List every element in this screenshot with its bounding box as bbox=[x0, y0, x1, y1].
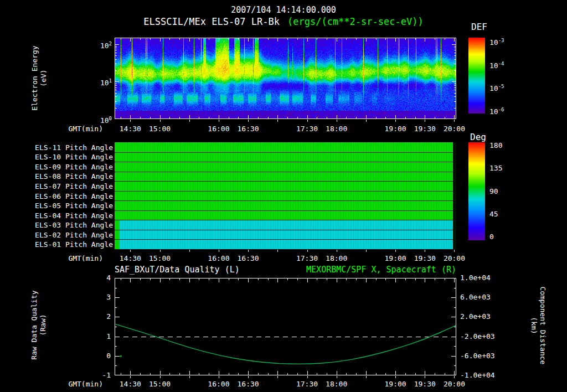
time-axis-tick bbox=[454, 120, 455, 122]
pitch-row-label: ELS-01 Pitch Angle bbox=[32, 240, 113, 249]
ylabel-line: (Raw) bbox=[39, 272, 48, 378]
time-tick-label: 16:30 bbox=[230, 380, 266, 388]
time-axis-tick bbox=[130, 120, 131, 122]
gmt-axis-label: GMT(min) bbox=[48, 254, 103, 262]
quality-tick-label: 4 bbox=[87, 274, 111, 282]
pitch-row-label: ELS-08 Pitch Angle bbox=[32, 172, 113, 180]
deg-tick-label: 45 bbox=[489, 210, 517, 218]
time-axis-tick bbox=[366, 250, 367, 252]
distance-tick-label: -6.0e+03 bbox=[460, 352, 513, 360]
time-axis-tick bbox=[454, 250, 455, 252]
time-axis-tick bbox=[248, 120, 249, 122]
def-tick-label: 10-4 bbox=[489, 60, 523, 70]
electron-spectrogram-canvas bbox=[115, 38, 456, 119]
time-axis-tick bbox=[425, 376, 425, 378]
def-colorbar bbox=[468, 38, 485, 114]
pitch-angle-canvas bbox=[115, 142, 456, 249]
quality-distance-canvas bbox=[115, 278, 456, 375]
spectrogram-ylabel: Electron Energy (eV) bbox=[30, 31, 48, 125]
time-tick-label: 16:30 bbox=[230, 125, 266, 133]
time-axis-tick bbox=[160, 120, 161, 122]
ylabel-line: Raw Data Quality bbox=[30, 272, 39, 378]
distance-tick-label: 2.0e+03 bbox=[460, 312, 513, 321]
page-title: 2007/104 14:14:00.000 bbox=[0, 5, 567, 15]
time-tick-label: 18:00 bbox=[318, 254, 355, 262]
time-axis-tick bbox=[337, 120, 337, 122]
ylabel-line: Electron Energy bbox=[30, 31, 39, 125]
time-axis-tick bbox=[307, 376, 308, 378]
deg-tick-label: 90 bbox=[489, 187, 517, 195]
ylabel-line: Component Distance bbox=[538, 270, 547, 381]
pitch-row-label: ELS-09 Pitch Angle bbox=[32, 163, 113, 171]
time-axis-tick bbox=[425, 120, 425, 122]
time-axis-tick bbox=[189, 120, 190, 122]
pitch-row-label: ELS-06 Pitch Angle bbox=[32, 192, 113, 200]
quality-tick-label: 1 bbox=[87, 332, 111, 341]
pitch-row-label: ELS-03 Pitch Angle bbox=[32, 221, 113, 229]
gmt-axis-label: GMT(min) bbox=[48, 380, 103, 388]
time-axis-tick bbox=[130, 376, 131, 378]
time-axis-tick bbox=[130, 250, 131, 252]
subtitle-instrument: ELSSCIL/MEx ELS-07 LR-Bk bbox=[143, 16, 280, 27]
time-axis-tick bbox=[160, 376, 161, 378]
deg-tick-label: 180 bbox=[489, 141, 517, 149]
distance-tick-label: 1.0e+04 bbox=[460, 274, 513, 282]
pitch-row-label: ELS-02 Pitch Angle bbox=[32, 231, 113, 239]
pitch-row-label: ELS-04 Pitch Angle bbox=[32, 212, 113, 220]
energy-tick-label: 100 bbox=[83, 115, 112, 125]
time-axis-tick bbox=[395, 250, 396, 252]
time-axis-tick bbox=[337, 250, 337, 252]
time-tick-label: 15:00 bbox=[142, 254, 178, 262]
time-tick-label: 16:30 bbox=[230, 254, 266, 262]
science-plot-page: 2007/104 14:14:00.000 ELSSCIL/MEx ELS-07… bbox=[0, 0, 567, 392]
deg-colorbar bbox=[468, 142, 485, 240]
subtitle-units: (ergs/(cm**2-sr-sec-eV)) bbox=[287, 16, 424, 27]
quality-tick-label: 3 bbox=[87, 293, 111, 301]
time-axis-tick bbox=[189, 376, 190, 378]
deg-tick-label: 135 bbox=[489, 164, 517, 172]
time-tick-label: 20:00 bbox=[436, 380, 472, 388]
pitch-row-label: ELS-11 Pitch Angle bbox=[32, 143, 113, 152]
time-axis-tick bbox=[219, 250, 219, 252]
def-tick-label: 10-6 bbox=[489, 106, 523, 116]
time-tick-label: 18:00 bbox=[318, 380, 355, 388]
quality-tick-label: 0 bbox=[87, 352, 111, 360]
time-axis-tick bbox=[219, 120, 219, 122]
pitch-row-label: ELS-05 Pitch Angle bbox=[32, 202, 113, 210]
distance-tick-label: -2.0e+03 bbox=[460, 332, 513, 341]
quality-ylabel-left: Raw Data Quality (Raw) bbox=[30, 272, 48, 378]
pitch-row-label: ELS-07 Pitch Angle bbox=[32, 182, 113, 190]
quality-chart-title-left: SAF_BXuT/Data Quality (L) bbox=[115, 265, 240, 275]
time-axis-tick bbox=[219, 376, 219, 378]
time-axis-tick bbox=[337, 376, 337, 378]
deg-tick-label: 0 bbox=[489, 233, 517, 241]
def-tick-label: 10-3 bbox=[489, 37, 523, 47]
time-tick-label: 20:00 bbox=[436, 125, 472, 133]
def-colorbar-title: DEF bbox=[471, 22, 487, 32]
time-axis-tick bbox=[366, 120, 367, 122]
time-axis-tick bbox=[366, 376, 367, 378]
time-axis-tick bbox=[307, 250, 308, 252]
pitch-row-label: ELS-10 Pitch Angle bbox=[32, 153, 113, 161]
quality-ylabel-right: Component Distance (km) bbox=[529, 270, 547, 381]
time-axis-tick bbox=[160, 250, 161, 252]
quality-tick-label: 2 bbox=[87, 312, 111, 321]
time-axis-tick bbox=[395, 376, 396, 378]
time-axis-tick bbox=[277, 250, 278, 252]
time-tick-label: 20:00 bbox=[436, 254, 472, 262]
quality-tick-label: -1 bbox=[87, 371, 111, 379]
time-axis-tick bbox=[395, 120, 396, 122]
time-tick-label: 15:00 bbox=[142, 125, 178, 133]
time-axis-tick bbox=[189, 250, 190, 252]
time-axis-tick bbox=[248, 250, 249, 252]
ylabel-line: (km) bbox=[529, 270, 538, 381]
time-axis-tick bbox=[425, 250, 425, 252]
quality-chart-title-right: MEXORBMC/SPF X, Spacecraft (R) bbox=[257, 265, 456, 275]
energy-tick-label: 102 bbox=[83, 40, 112, 50]
deg-colorbar-title: Deg bbox=[470, 132, 486, 142]
time-axis-tick bbox=[454, 376, 455, 378]
gmt-axis-label: GMT(min) bbox=[48, 125, 103, 133]
distance-tick-label: 6.0e+03 bbox=[460, 293, 513, 301]
time-axis-tick bbox=[248, 376, 249, 378]
time-tick-label: 18:00 bbox=[318, 125, 355, 133]
